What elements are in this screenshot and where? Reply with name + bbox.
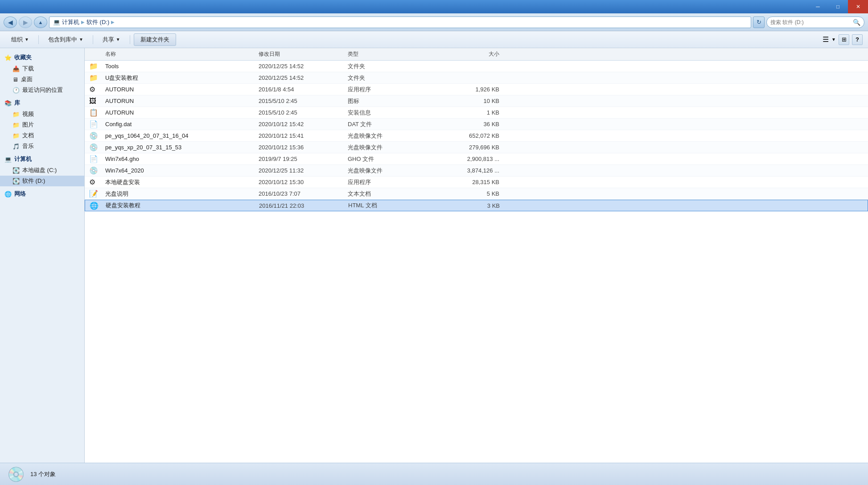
recent-label: 最近访问的位置 (22, 86, 63, 94)
titlebar: ─ □ ✕ (0, 0, 868, 13)
column-headers: 名称 修改日期 类型 大小 (85, 48, 868, 61)
library-label: 包含到库中 (48, 36, 77, 44)
table-row[interactable]: 🌐硬盘安装教程2016/11/21 22:03HTML 文档3 KB (85, 200, 868, 211)
sidebar-section-library: 📚 库 📁 视频 📁 图片 📁 文档 🎵 音乐 (0, 97, 84, 152)
search-input[interactable] (770, 19, 851, 25)
file-date: 2015/5/10 2:45 (259, 98, 348, 104)
organize-button[interactable]: 组织 ▼ (5, 33, 35, 46)
file-list: 📁Tools2020/12/25 14:52文件夹📁U盘安装教程2020/12/… (85, 61, 868, 463)
file-size: 1 KB (428, 109, 499, 116)
table-row[interactable]: 📁U盘安装教程2020/12/25 14:52文件夹 (85, 72, 868, 84)
recent-icon: 🕐 (12, 87, 20, 94)
breadcrumb-arrow-1: ▶ (81, 20, 85, 25)
sidebar: ⭐ 收藏夹 📥 下载 🖥 桌面 🕐 最近访问的位置 📚 库 (0, 48, 85, 463)
table-row[interactable]: 🖼AUTORUN2015/5/10 2:45图标10 KB (85, 95, 868, 107)
preview-pane-button[interactable]: ⊞ (839, 34, 849, 45)
sidebar-section-computer: 💻 计算机 💽 本地磁盘 (C:) 💽 软件 (D:) (0, 153, 84, 186)
sidebar-item-drive-d[interactable]: 💽 软件 (D:) (0, 176, 84, 186)
col-header-size[interactable]: 大小 (428, 50, 499, 58)
table-row[interactable]: 💿pe_yqs_xp_20_07_31_15_532020/10/12 15:3… (85, 142, 868, 153)
pictures-icon: 📁 (12, 122, 20, 128)
file-icon: 📄 (89, 120, 105, 128)
close-button[interactable]: ✕ (848, 0, 868, 13)
sidebar-header-computer[interactable]: 💻 计算机 (0, 153, 84, 165)
col-header-date[interactable]: 修改日期 (259, 50, 348, 58)
sidebar-item-recent[interactable]: 🕐 最近访问的位置 (0, 85, 84, 95)
sidebar-header-library[interactable]: 📚 库 (0, 97, 84, 109)
file-name: Tools (105, 63, 259, 70)
search-icon[interactable]: 🔍 (853, 19, 860, 26)
forward-button[interactable]: ▶ (19, 16, 32, 28)
table-row[interactable]: 📝光盘说明2016/10/23 7:07文本文档5 KB (85, 188, 868, 200)
documents-icon: 📁 (12, 132, 20, 139)
view-dropdown-icon[interactable]: ▼ (831, 37, 836, 42)
col-header-name[interactable]: 名称 (89, 50, 259, 58)
content-area: 名称 修改日期 类型 大小 📁Tools2020/12/25 14:52文件夹📁… (85, 48, 868, 463)
help-button[interactable]: ? (852, 34, 863, 45)
file-date: 2020/10/12 15:36 (259, 144, 348, 151)
network-icon: 🌐 (4, 191, 12, 197)
file-type: GHO 文件 (348, 155, 428, 163)
sidebar-header-favorites[interactable]: ⭐ 收藏夹 (0, 52, 84, 63)
file-type: 文本文档 (348, 190, 428, 198)
sidebar-item-downloads[interactable]: 📥 下载 (0, 63, 84, 74)
file-name: 硬盘安装教程 (106, 201, 259, 210)
sidebar-section-network: 🌐 网络 (0, 188, 84, 200)
table-row[interactable]: ⚙AUTORUN2016/1/8 4:54应用程序1,926 KB (85, 84, 868, 95)
breadcrumb-drive[interactable]: 软件 (D:) (86, 18, 109, 26)
separator-3 (130, 35, 130, 44)
file-size: 28,315 KB (428, 179, 499, 185)
table-row[interactable]: 📋AUTORUN2015/5/10 2:45安装信息1 KB (85, 107, 868, 119)
statusbar: 💿 13 个对象 (0, 463, 868, 485)
file-date: 2020/12/25 11:32 (259, 167, 348, 174)
file-date: 2016/1/8 4:54 (259, 86, 348, 93)
table-row[interactable]: 📄Win7x64.gho2019/9/7 19:25GHO 文件2,900,81… (85, 153, 868, 165)
refresh-button[interactable]: ↻ (753, 16, 765, 28)
breadcrumb[interactable]: 💻 计算机 ▶ 软件 (D:) ▶ (49, 16, 751, 28)
computer-section-icon: 💻 (4, 156, 12, 163)
sidebar-header-network[interactable]: 🌐 网络 (0, 188, 84, 200)
drive-c-icon: 💽 (12, 167, 20, 174)
file-icon: 📋 (89, 108, 105, 117)
sidebar-item-video[interactable]: 📁 视频 (0, 109, 84, 119)
file-icon: ⚙ (89, 178, 105, 186)
file-type: 光盘映像文件 (348, 132, 428, 140)
computer-icon: 💻 (53, 19, 60, 25)
minimize-button[interactable]: ─ (808, 0, 828, 13)
file-icon: 📝 (89, 189, 105, 198)
sidebar-item-desktop[interactable]: 🖥 桌面 (0, 74, 84, 85)
view-icon[interactable]: ☰ (823, 35, 829, 44)
share-button[interactable]: 共享 ▼ (97, 33, 126, 46)
col-header-type[interactable]: 类型 (348, 50, 428, 58)
main-area: ⭐ 收藏夹 📥 下载 🖥 桌面 🕐 最近访问的位置 📚 库 (0, 48, 868, 463)
sidebar-item-drive-c[interactable]: 💽 本地磁盘 (C:) (0, 165, 84, 176)
up-button[interactable]: ▲ (34, 16, 47, 28)
table-row[interactable]: ⚙本地硬盘安装2020/10/12 15:30应用程序28,315 KB (85, 177, 868, 188)
table-row[interactable]: 💿Win7x64_20202020/12/25 11:32光盘映像文件3,874… (85, 165, 868, 177)
table-row[interactable]: 📄Config.dat2020/10/12 15:42DAT 文件36 KB (85, 119, 868, 130)
share-label: 共享 (103, 36, 114, 44)
sidebar-item-pictures[interactable]: 📁 图片 (0, 119, 84, 130)
sidebar-item-documents[interactable]: 📁 文档 (0, 130, 84, 141)
new-folder-button[interactable]: 新建文件夹 (134, 33, 176, 46)
sidebar-item-music[interactable]: 🎵 音乐 (0, 141, 84, 152)
library-button[interactable]: 包含到库中 ▼ (42, 33, 89, 46)
back-button[interactable]: ◀ (4, 16, 17, 28)
maximize-button[interactable]: □ (828, 0, 848, 13)
file-name: Config.dat (105, 121, 259, 127)
breadcrumb-computer[interactable]: 计算机 (62, 18, 79, 26)
file-name: pe_yqs_xp_20_07_31_15_53 (105, 144, 259, 151)
file-size: 10 KB (428, 98, 499, 104)
status-icon: 💿 (7, 466, 25, 483)
file-type: 光盘映像文件 (348, 167, 428, 175)
file-icon: 💿 (89, 166, 105, 175)
file-date: 2019/9/7 19:25 (259, 156, 348, 162)
file-date: 2015/5/10 2:45 (259, 109, 348, 116)
share-dropdown-icon: ▼ (116, 37, 120, 42)
favorites-label: 收藏夹 (14, 53, 32, 62)
table-row[interactable]: 📁Tools2020/12/25 14:52文件夹 (85, 61, 868, 72)
file-date: 2020/12/25 14:52 (259, 63, 348, 70)
file-type: 图标 (348, 97, 428, 105)
pictures-label: 图片 (22, 121, 34, 129)
table-row[interactable]: 💿pe_yqs_1064_20_07_31_16_042020/10/12 15… (85, 130, 868, 142)
